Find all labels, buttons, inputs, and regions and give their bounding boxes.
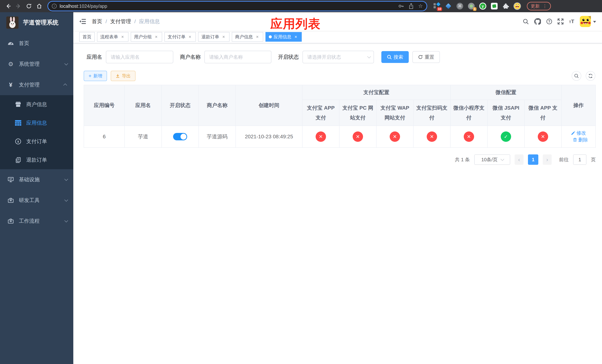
sidebar-item-infrastructure[interactable]: 基础设施	[0, 169, 73, 190]
toggle-knob	[181, 134, 186, 139]
tab-refund-orders[interactable]: 退款订单×	[198, 32, 230, 42]
tab-app-info[interactable]: 应用信息×	[266, 32, 302, 42]
extension-badge: 1	[473, 7, 476, 11]
search-button[interactable]: 搜索	[381, 51, 409, 63]
sidebar-item-app-info[interactable]: 应用信息	[0, 114, 73, 132]
sidebar-item-refund-orders[interactable]: 退款订单	[0, 151, 73, 169]
active-tab-dot	[269, 35, 272, 38]
sidebar-item-workflow[interactable]: 工作流程	[0, 211, 73, 231]
home-icon	[36, 3, 42, 9]
extension-gem-icon[interactable]	[445, 2, 452, 10]
puzzle-glyph	[503, 3, 509, 9]
back-arrow-icon	[5, 3, 11, 9]
tab-process-form[interactable]: 流程表单×	[97, 32, 129, 42]
bookmark-star-icon[interactable]: ☆	[418, 3, 423, 9]
browser-back-button[interactable]	[4, 2, 13, 11]
tab-pay-orders[interactable]: 支付订单×	[164, 32, 196, 42]
cell-wx-jsapi-status: ✓	[487, 126, 525, 148]
avatar-image	[580, 16, 591, 27]
prev-page-button[interactable]: ‹	[515, 154, 524, 165]
close-icon[interactable]: ×	[187, 34, 193, 39]
sidebar-item-home[interactable]: 首页	[0, 33, 73, 54]
extension-recorder-icon[interactable]: 1	[468, 2, 475, 10]
sidebar-item-payment[interactable]: ¥ 支付管理	[0, 75, 73, 95]
password-key-icon[interactable]	[398, 3, 404, 9]
sidebar-item-dev-tools[interactable]: 研发工具	[0, 190, 73, 211]
extension-grid-icon[interactable]: 10	[433, 2, 441, 10]
delete-link[interactable]: 删除	[573, 137, 588, 143]
app-table: 应用编号 应用名 开启状态 商户名称 创建时间 支付宝配置 微信配置 操作 支付…	[84, 85, 596, 148]
app-name-input[interactable]	[106, 51, 173, 63]
goto-page-input[interactable]	[573, 154, 586, 165]
browser-home-button[interactable]	[35, 2, 44, 11]
browser-menu-icon[interactable]: ⋮	[543, 3, 547, 9]
status-select[interactable]: 请选择开启状态	[302, 51, 374, 63]
page-size-select[interactable]: 10条/页	[474, 154, 510, 165]
sidebar-item-label: 支付订单	[26, 138, 67, 145]
help-icon[interactable]: ?	[547, 19, 552, 24]
gray-square	[434, 6, 436, 8]
close-icon[interactable]: ×	[221, 34, 226, 39]
close-icon[interactable]: ×	[293, 34, 298, 39]
app-shell: 芋道管理系统 首页 ⚙ 系统管理 ¥ 支付管理	[0, 12, 602, 364]
extension-chat-icon[interactable]	[491, 2, 498, 10]
col-alipay-app: 支付宝 APP 支付	[302, 100, 339, 126]
col-alipay-qr: 支付宝扫码支付	[413, 100, 450, 126]
merchant-name-label: 商户名称	[180, 54, 201, 61]
sidebar-item-system[interactable]: ⚙ 系统管理	[0, 54, 73, 75]
reset-button[interactable]: 重置	[412, 51, 440, 63]
browser-forward-button[interactable]	[14, 2, 23, 11]
sidebar-item-pay-orders[interactable]: ¥ 支付订单	[0, 132, 73, 151]
github-icon[interactable]	[534, 18, 541, 25]
payment-submenu: 商户信息 应用信息 ¥ 支付订单	[0, 95, 73, 169]
tab-user-group[interactable]: 用户分组×	[131, 32, 162, 42]
extension-y-icon[interactable]: y	[479, 2, 486, 10]
font-size-icon[interactable]: TT	[569, 19, 574, 24]
close-icon[interactable]: ×	[120, 34, 125, 39]
chevron-up-icon	[63, 84, 67, 87]
merchant-name-input[interactable]	[204, 51, 271, 63]
table-toolbar: + 新增 导出	[84, 71, 596, 81]
add-button[interactable]: + 新增	[84, 71, 107, 81]
goto-label: 前往	[559, 156, 569, 163]
edit-label: 修改	[576, 130, 586, 136]
page-size-value: 10条/页	[481, 156, 498, 163]
extension-emoji-icon[interactable]	[514, 2, 521, 10]
cell-alipay-pc-status: ✕	[339, 126, 376, 148]
fullscreen-icon[interactable]	[558, 19, 563, 24]
logo-rabbit-image	[6, 16, 19, 29]
emoji-face	[514, 2, 521, 10]
site-info-icon[interactable]: i	[52, 4, 57, 9]
user-avatar[interactable]	[580, 16, 596, 27]
cell-merchant: 芋道源码	[199, 126, 236, 148]
status-icon: ✓	[501, 131, 511, 142]
export-button[interactable]: 导出	[111, 71, 136, 81]
header-search-button[interactable]	[523, 19, 529, 24]
share-icon[interactable]	[408, 3, 414, 9]
sidebar-collapse-button[interactable]	[79, 19, 89, 24]
sidebar-item-merchant-info[interactable]: 商户信息	[0, 95, 73, 114]
table-row: 6 芋道 芋道源码 2021-10-23 08:49:25 ✕ ✕ ✕ ✕ ✕ …	[84, 126, 595, 148]
browser-update-button[interactable]: 更新 ⋮	[527, 2, 551, 10]
next-page-button[interactable]: ›	[543, 154, 552, 165]
delete-label: 删除	[578, 137, 588, 143]
close-icon[interactable]: ×	[255, 34, 260, 39]
browser-reload-button[interactable]	[24, 2, 33, 11]
svg-text:¥: ¥	[17, 140, 19, 143]
tab-home[interactable]: 首页	[79, 32, 95, 42]
address-bar[interactable]: i localhost:1024/pay/app ☆	[48, 2, 427, 11]
edit-link[interactable]: 修改	[571, 130, 586, 136]
sidebar-logo[interactable]: 芋道管理系统	[0, 12, 73, 33]
close-icon[interactable]: ×	[154, 34, 159, 39]
page-1-button[interactable]: 1	[528, 154, 538, 165]
refresh-table-button[interactable]	[586, 71, 595, 81]
group-alipay-config: 支付宝配置	[302, 85, 450, 100]
breadcrumb-home[interactable]: 首页	[92, 18, 102, 25]
extension-puzzle-icon[interactable]	[502, 2, 509, 10]
tab-label: 首页	[83, 34, 91, 40]
show-search-button[interactable]	[572, 71, 581, 81]
update-label: 更新	[531, 3, 540, 9]
tab-merchant-info[interactable]: 商户信息×	[232, 32, 263, 42]
extension-command-icon[interactable]: ⌘	[456, 2, 463, 10]
status-toggle[interactable]	[173, 133, 187, 140]
